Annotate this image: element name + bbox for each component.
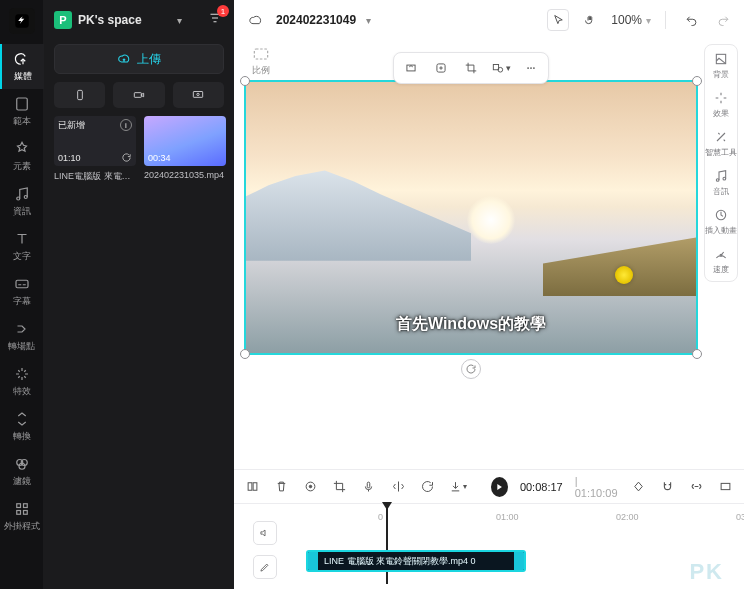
- upload-button[interactable]: 上傳: [54, 44, 224, 74]
- nav-filter[interactable]: 濾鏡: [0, 449, 44, 494]
- svg-rect-4: [16, 280, 28, 288]
- record-icon[interactable]: [302, 477, 319, 497]
- magnet-icon[interactable]: [659, 477, 676, 497]
- clip-duration: 01:10: [58, 153, 81, 163]
- delete-icon[interactable]: [273, 477, 290, 497]
- play-button[interactable]: [491, 477, 508, 497]
- timeline-toolbar: ▾ 00:08:17 | 01:10:09: [234, 469, 744, 503]
- editor-main: 202402231049 ▾ 100%▾ 比例 ▾: [234, 0, 744, 589]
- context-toolbar: ▾: [393, 52, 549, 84]
- svg-rect-30: [253, 483, 257, 491]
- time-total: | 01:10:09: [575, 475, 618, 499]
- time-ruler[interactable]: 0 01:00 02:00 03:00: [296, 512, 744, 528]
- filter-button[interactable]: 1: [206, 9, 224, 31]
- media-card[interactable]: 已新增 i 01:10 LINE電腦版 來電鈴…: [54, 116, 136, 183]
- inspector-rail: 背景 效果 智慧工具 音訊 插入動畫 速度: [704, 44, 738, 282]
- crop-icon[interactable]: [458, 57, 484, 79]
- svg-rect-33: [368, 482, 371, 488]
- device-phone[interactable]: [54, 82, 105, 108]
- zoom-control[interactable]: 100%▾: [611, 13, 651, 27]
- cloud-icon[interactable]: [244, 9, 266, 31]
- svg-rect-14: [194, 92, 203, 98]
- inspector-ai[interactable]: 智慧工具: [704, 129, 738, 158]
- crop-fit-icon[interactable]: [398, 57, 424, 79]
- project-name[interactable]: 202402231049: [276, 13, 356, 27]
- nav-text[interactable]: 文字: [0, 224, 44, 269]
- shape-icon[interactable]: ▾: [488, 57, 514, 79]
- nav-rail: 媒體 範本 元素 資訊 文字 字幕 轉場點 特效 轉換 濾鏡 外掛程式: [0, 0, 44, 589]
- zoom-fit-icon[interactable]: [717, 477, 734, 497]
- inspector-speed[interactable]: 速度: [704, 246, 738, 275]
- svg-rect-1: [16, 98, 27, 110]
- reload-icon[interactable]: [120, 151, 132, 163]
- workspace-switcher[interactable]: P PK's space ▾ 1: [44, 0, 234, 40]
- chevron-down-icon: ▾: [177, 15, 182, 26]
- svg-point-22: [530, 67, 532, 69]
- watermark: PK: [689, 559, 724, 585]
- undo-button[interactable]: [680, 9, 702, 31]
- resize-handle[interactable]: [240, 76, 250, 86]
- topbar: 202402231049 ▾ 100%▾: [234, 0, 744, 40]
- inspector-bg[interactable]: 背景: [704, 51, 738, 80]
- inspector-audio[interactable]: 音訊: [704, 168, 738, 197]
- ratio-button[interactable]: 比例: [244, 44, 278, 77]
- nav-transition[interactable]: 轉場點: [0, 314, 44, 359]
- timeline-tracks[interactable]: 0 01:00 02:00 03:00 LINE 電腦版 來電鈴聲關閉教學.mp…: [296, 504, 744, 589]
- svg-rect-10: [16, 511, 20, 515]
- split-icon[interactable]: [244, 477, 261, 497]
- upload-label: 上傳: [137, 51, 161, 68]
- svg-point-3: [24, 196, 27, 199]
- add-icon[interactable]: [428, 57, 454, 79]
- preview-stage: 比例 ▾ 首先Windows的教學: [234, 40, 744, 469]
- info-icon[interactable]: i: [120, 119, 132, 131]
- clip-tag: 已新增: [58, 119, 85, 132]
- rotate-icon[interactable]: [419, 477, 436, 497]
- clip-duration: 00:34: [148, 153, 171, 163]
- svg-point-15: [197, 93, 199, 95]
- inspector-fx[interactable]: 效果: [704, 90, 738, 119]
- nav-audio[interactable]: 資訊: [0, 179, 44, 224]
- redo-button[interactable]: [712, 9, 734, 31]
- mute-track[interactable]: [253, 521, 277, 545]
- svg-rect-29: [248, 483, 252, 491]
- device-screen[interactable]: [173, 82, 224, 108]
- svg-rect-34: [721, 483, 730, 489]
- hand-tool[interactable]: [579, 9, 601, 31]
- more-icon[interactable]: [518, 57, 544, 79]
- workspace-name: PK's space: [78, 13, 171, 27]
- nav-adjust[interactable]: 轉換: [0, 404, 44, 449]
- playhead[interactable]: [386, 504, 388, 584]
- preview-canvas[interactable]: ▾ 首先Windows的教學: [244, 80, 698, 355]
- device-camera[interactable]: [113, 82, 164, 108]
- resize-handle[interactable]: [240, 349, 250, 359]
- nav-plugins[interactable]: 外掛程式: [0, 494, 44, 539]
- svg-point-25: [716, 179, 719, 182]
- nav-effects[interactable]: 特效: [0, 359, 44, 404]
- voice-icon[interactable]: [360, 477, 377, 497]
- link-icon[interactable]: [688, 477, 705, 497]
- nav-media[interactable]: 媒體: [0, 44, 44, 89]
- video-clip[interactable]: LINE 電腦版 來電鈴聲關閉教學.mp4 0: [306, 550, 526, 572]
- crop-icon[interactable]: [331, 477, 348, 497]
- chevron-down-icon[interactable]: ▾: [366, 15, 371, 26]
- svg-rect-12: [77, 90, 82, 99]
- mirror-icon[interactable]: [390, 477, 407, 497]
- media-card[interactable]: 00:34 202402231035.mp4: [144, 116, 226, 183]
- svg-rect-8: [16, 504, 20, 508]
- svg-rect-9: [23, 504, 27, 508]
- pointer-tool[interactable]: [547, 9, 569, 31]
- nav-script[interactable]: 範本: [0, 89, 44, 134]
- pencil-track[interactable]: [253, 555, 277, 579]
- svg-point-21: [527, 67, 529, 69]
- svg-rect-16: [254, 49, 267, 59]
- rotate-handle[interactable]: [461, 359, 481, 379]
- nav-subtitle[interactable]: 字幕: [0, 269, 44, 314]
- keyframe-icon[interactable]: [630, 477, 647, 497]
- resize-handle[interactable]: [692, 76, 702, 86]
- download-icon[interactable]: ▾: [448, 477, 467, 497]
- inspector-anim[interactable]: 插入動畫: [704, 207, 738, 236]
- nav-elements[interactable]: 元素: [0, 134, 44, 179]
- preview-caption: 首先Windows的教學: [396, 314, 546, 335]
- svg-point-23: [533, 67, 535, 69]
- resize-handle[interactable]: [692, 349, 702, 359]
